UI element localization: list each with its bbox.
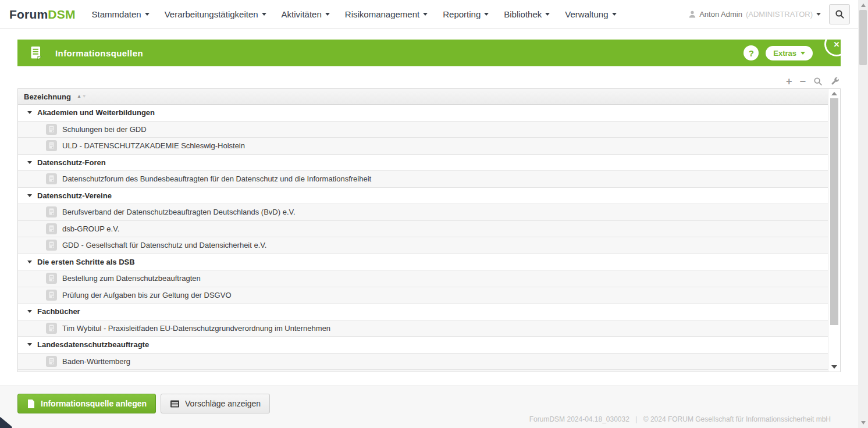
table-row[interactable]: GDD - Gesellschaft für Datenschutz und D… <box>18 237 828 254</box>
list-icon <box>170 400 180 408</box>
chevron-down-icon <box>325 13 330 16</box>
document-icon <box>46 290 57 301</box>
page-title: Informationsquellen <box>55 48 143 58</box>
scroll-down-icon[interactable] <box>831 365 837 369</box>
table-row[interactable]: Schulungen bei der GDD <box>18 122 828 138</box>
item-label: Berufsverband der Datenschutzbeauftragte… <box>62 208 296 216</box>
footer-separator: | <box>635 415 637 423</box>
logo-part-dsm: DSM <box>48 8 75 21</box>
table-row-group[interactable]: Datenschutz-Vereine <box>18 188 828 205</box>
group-label: Fachbücher <box>37 307 80 316</box>
table-row-group[interactable]: Fachbücher <box>18 304 828 320</box>
create-information-source-button[interactable]: Informationsquelle anlegen <box>17 394 156 413</box>
table-row-group[interactable]: Landesdatenschutzbeauftragte <box>18 337 828 354</box>
grid-scrollbar[interactable] <box>828 89 840 372</box>
extras-label: Extras <box>773 49 796 58</box>
document-icon <box>46 323 57 334</box>
help-button[interactable]: ? <box>744 45 759 60</box>
scroll-down-icon[interactable] <box>861 421 866 425</box>
sort-asc-icon: ▲ <box>77 94 81 99</box>
group-label: Akademien und Weiterbildungen <box>37 108 155 117</box>
show-suggestions-button[interactable]: Vorschläge anzeigen <box>161 394 270 413</box>
collapse-caret-icon[interactable] <box>27 343 32 346</box>
menu-label: Bibliothek <box>504 9 542 19</box>
user-menu[interactable]: Anton Admin (ADMINISTRATOR) <box>689 10 821 19</box>
table-row[interactable]: dsb-GROUP e.V. <box>18 221 828 238</box>
table-row-group[interactable]: Die ersten Schritte als DSB <box>18 254 828 271</box>
chevron-down-icon <box>484 13 489 16</box>
menu-reporting[interactable]: Reporting <box>443 9 489 19</box>
table-row-partial[interactable] <box>18 370 828 372</box>
document-icon <box>46 124 57 135</box>
group-label: Datenschutz-Foren <box>37 158 106 167</box>
table-row[interactable]: Baden-Württemberg <box>18 354 828 370</box>
app-logo[interactable]: ForumDSM <box>9 8 76 22</box>
group-label: Die ersten Schritte als DSB <box>37 258 135 266</box>
app-version: ForumDSM 2024-04.18_030032 <box>529 415 629 423</box>
collapse-caret-icon[interactable] <box>27 261 32 263</box>
search-icon[interactable] <box>813 77 823 86</box>
menu-label: Stammdaten <box>92 9 141 19</box>
item-label: Prüfung der Aufgaben bis zur Geltung der… <box>62 291 232 299</box>
new-file-icon <box>27 399 35 409</box>
collapse-caret-icon[interactable] <box>27 111 32 114</box>
settings-wrench-icon[interactable] <box>830 77 839 86</box>
close-icon: ✕ <box>834 40 840 49</box>
menu-risikomanagement[interactable]: Risikomanagement <box>345 9 428 19</box>
menu-verwaltung[interactable]: Verwaltung <box>565 9 616 19</box>
grid-scrollbar-thumb[interactable] <box>830 98 838 325</box>
page-scrollbar-thumb[interactable] <box>859 10 867 65</box>
close-panel-button[interactable]: ✕ <box>824 32 849 56</box>
chevron-down-icon <box>545 13 550 16</box>
add-icon[interactable]: + <box>786 76 792 87</box>
person-icon <box>689 10 696 18</box>
module-header-panel: Informationsquellen ? Extras ✕ <box>17 40 841 66</box>
menu-label: Verwaltung <box>565 9 608 19</box>
menu-verarbeitungstaetigkeiten[interactable]: Verarbeitungstätigkeiten <box>165 9 266 19</box>
item-label: Bestellung zum Datenschutzbeauftragten <box>62 274 201 283</box>
group-label: Landesdatenschutzbeauftragte <box>37 340 149 349</box>
user-name: Anton Admin <box>699 10 742 19</box>
menu-stammdaten[interactable]: Stammdaten <box>92 9 150 19</box>
table-row[interactable]: Bestellung zum Datenschutzbeauftragten <box>18 270 828 287</box>
scroll-up-icon[interactable] <box>861 3 866 7</box>
scroll-up-icon[interactable] <box>831 92 837 95</box>
chevron-down-icon <box>145 13 150 16</box>
document-icon <box>46 240 57 251</box>
table-row[interactable]: Tim Wybitul - Praxisleitfaden EU-Datensc… <box>18 320 828 337</box>
magnifier-icon <box>835 9 845 19</box>
table-row[interactable]: ULD - DATENSCHUTZAKADEMIE Schleswig-Hols… <box>18 138 828 155</box>
table-row-group[interactable]: Datenschutz-Foren <box>18 155 828 172</box>
column-header-bezeichnung[interactable]: Bezeichnung ▲ ▼ <box>18 89 828 105</box>
document-icon <box>46 273 57 284</box>
document-icon <box>30 46 42 60</box>
menu-bibliothek[interactable]: Bibliothek <box>504 9 550 19</box>
extras-button[interactable]: Extras <box>766 46 813 60</box>
remove-icon[interactable]: − <box>799 76 806 87</box>
copyright: © 2024 FORUM Gesellschaft für Informatio… <box>643 415 831 423</box>
collapse-caret-icon[interactable] <box>27 161 32 164</box>
corner-decoration <box>0 416 13 428</box>
chevron-down-icon <box>801 52 805 55</box>
global-search-button[interactable] <box>829 4 850 24</box>
menu-aktivitaeten[interactable]: Aktivitäten <box>282 9 330 19</box>
chevron-down-icon <box>612 13 617 16</box>
item-label: Schulungen bei der GDD <box>62 125 147 134</box>
footer-version-copyright: ForumDSM 2024-04.18_030032 | © 2024 FORU… <box>529 415 831 423</box>
table-row-group[interactable]: Akademien und Weiterbildungen <box>18 105 828 122</box>
table-row[interactable]: Berufsverband der Datenschutzbeauftragte… <box>18 204 828 221</box>
document-icon <box>46 173 57 184</box>
column-header-label: Bezeichnung <box>24 92 71 101</box>
help-label: ? <box>749 48 754 58</box>
collapse-caret-icon[interactable] <box>27 310 32 313</box>
table-row[interactable]: Datenschutzforum des Bundesbeauftragten … <box>18 171 828 188</box>
page-scrollbar[interactable] <box>858 0 868 428</box>
menu-label: Aktivitäten <box>282 9 322 19</box>
document-icon <box>46 206 57 217</box>
top-navbar: ForumDSM Stammdaten Verarbeitungstätigke… <box>0 0 858 29</box>
bottom-action-bar: Informationsquelle anlegen Vorschläge an… <box>0 386 858 428</box>
collapse-caret-icon[interactable] <box>27 194 32 197</box>
item-label: GDD - Gesellschaft für Datenschutz und D… <box>62 241 266 249</box>
table-row[interactable]: Prüfung der Aufgaben bis zur Geltung der… <box>18 287 828 304</box>
document-icon <box>46 140 57 151</box>
